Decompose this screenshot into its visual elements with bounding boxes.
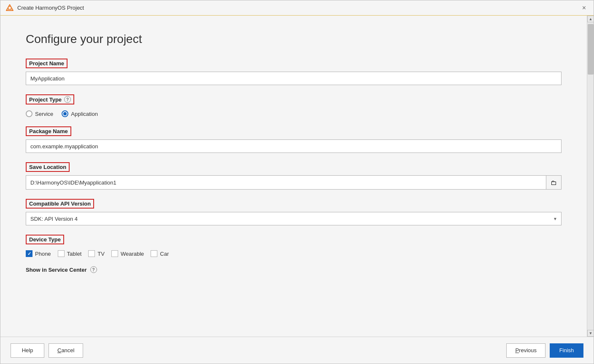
svg-point-2	[9, 7, 11, 9]
save-location-input-wrapper: 🗀	[26, 175, 562, 190]
checkbox-tablet-label: Tablet	[67, 251, 82, 257]
previous-label: Previous	[515, 347, 537, 353]
save-location-label: Save Location	[26, 162, 70, 172]
api-version-select[interactable]: SDK: API Version 4 SDK: API Version 5 SD…	[26, 212, 562, 225]
checkbox-phone-box: ✓	[26, 250, 32, 257]
save-location-input[interactable]	[26, 176, 546, 189]
harmonyos-logo-icon	[5, 4, 14, 12]
footer-right: Previous Finish	[506, 343, 583, 358]
footer: Help Cancel Previous Finish	[0, 337, 594, 364]
content-area: Configure your project Project Name Proj…	[0, 16, 594, 337]
checkbox-car[interactable]: Car	[151, 250, 169, 257]
folder-icon: 🗀	[551, 179, 557, 186]
package-name-input[interactable]	[26, 139, 562, 153]
window-title: Create HarmonyOS Project	[17, 5, 84, 11]
api-version-label: Compatible API Version	[26, 199, 94, 209]
page-title: Configure your project	[26, 32, 562, 46]
main-content: Configure your project Project Name Proj…	[0, 16, 587, 337]
device-type-checkbox-group: ✓ Phone Tablet TV Wearable	[26, 250, 562, 257]
save-location-group: Save Location 🗀	[26, 162, 562, 190]
checkbox-tv-label: TV	[97, 251, 105, 257]
show-service-help-icon[interactable]: ?	[90, 266, 97, 273]
api-version-group: Compatible API Version SDK: API Version …	[26, 199, 562, 225]
checkbox-phone-check: ✓	[27, 251, 31, 257]
title-bar-left: Create HarmonyOS Project	[5, 4, 84, 12]
radio-application-label: Application	[71, 111, 98, 117]
checkbox-phone[interactable]: ✓ Phone	[26, 250, 51, 257]
project-name-input[interactable]	[26, 72, 562, 85]
radio-service-label: Service	[35, 111, 53, 117]
radio-application-circle	[62, 110, 68, 117]
show-service-center-row: Show in Service Center ?	[26, 266, 562, 273]
main-window: Create HarmonyOS Project × Configure you…	[0, 0, 594, 364]
checkbox-car-label: Car	[160, 251, 169, 257]
scrollbar-down-arrow[interactable]: ▼	[587, 330, 594, 337]
api-version-select-wrapper: SDK: API Version 4 SDK: API Version 5 SD…	[26, 212, 562, 225]
checkbox-tablet[interactable]: Tablet	[58, 250, 82, 257]
show-service-center-label: Show in Service Center	[26, 267, 87, 273]
cancel-button[interactable]: Cancel	[49, 343, 83, 358]
project-type-help-icon[interactable]: ?	[64, 96, 71, 103]
browse-folder-button[interactable]: 🗀	[546, 176, 561, 189]
checkbox-phone-label: Phone	[35, 251, 51, 257]
checkbox-tv[interactable]: TV	[88, 250, 105, 257]
checkbox-wearable-box	[111, 250, 118, 257]
package-name-label: Package Name	[26, 126, 71, 136]
project-name-group: Project Name	[26, 59, 562, 85]
radio-application[interactable]: Application	[62, 110, 98, 117]
checkbox-wearable-label: Wearable	[121, 251, 144, 257]
checkbox-car-box	[151, 250, 157, 257]
checkbox-tv-box	[88, 250, 95, 257]
footer-left: Help Cancel	[11, 343, 83, 358]
cancel-label: Cancel	[57, 347, 74, 353]
project-name-label: Project Name	[26, 59, 68, 68]
scrollbar[interactable]: ▲ ▼	[587, 16, 594, 337]
help-button[interactable]: Help	[11, 343, 44, 358]
project-type-radio-group: Service Application	[26, 110, 562, 117]
project-type-label: Project Type ?	[26, 94, 74, 104]
radio-service-circle	[26, 110, 32, 117]
package-name-group: Package Name	[26, 126, 562, 153]
previous-button[interactable]: Previous	[506, 343, 545, 358]
title-bar: Create HarmonyOS Project ×	[0, 0, 594, 16]
checkbox-tablet-box	[58, 250, 65, 257]
checkbox-wearable[interactable]: Wearable	[111, 250, 144, 257]
close-button[interactable]: ×	[580, 3, 589, 13]
scrollbar-thumb[interactable]	[588, 24, 594, 75]
device-type-label: Device Type	[26, 235, 64, 244]
radio-service[interactable]: Service	[26, 110, 53, 117]
project-type-group: Project Type ? Service Application	[26, 94, 562, 117]
finish-button[interactable]: Finish	[550, 343, 583, 358]
radio-application-dot	[63, 112, 67, 115]
device-type-group: Device Type ✓ Phone Tablet TV	[26, 235, 562, 257]
scrollbar-up-arrow[interactable]: ▲	[587, 16, 594, 22]
